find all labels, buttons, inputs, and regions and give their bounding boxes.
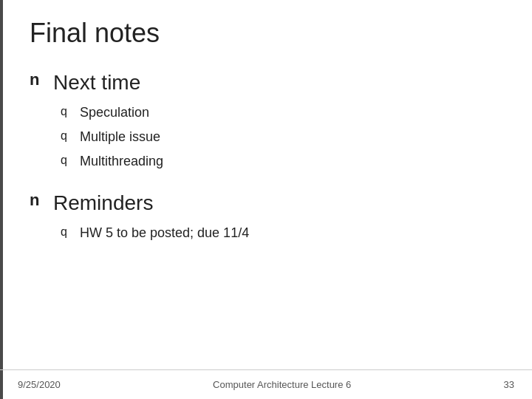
bullet-q: q <box>61 126 71 146</box>
sub-list-item: q Speculation <box>53 102 502 123</box>
bullet-q: q <box>61 151 71 170</box>
sub-list-item: q Multithreading <box>53 151 502 172</box>
footer-date: 9/25/2020 <box>18 379 61 390</box>
item-label: Next time <box>53 69 502 96</box>
bullet-q: q <box>61 102 71 121</box>
sub-item-text: Multithreading <box>80 151 163 172</box>
bullet-n: n <box>30 69 43 91</box>
item-content: Next time q Speculation q Multiple issue… <box>53 69 502 175</box>
slide: Final notes n Next time q Speculation q … <box>0 0 532 399</box>
item-label: Reminders <box>53 190 502 216</box>
bullet-n: n <box>30 190 43 211</box>
sub-item-text: Multiple issue <box>80 126 160 148</box>
bullet-q: q <box>61 222 71 242</box>
item-content: Reminders q HW 5 to be posted; due 11/4 <box>53 190 502 247</box>
footer-page: 33 <box>504 379 514 390</box>
sub-item-text: HW 5 to be posted; due 11/4 <box>80 222 249 244</box>
sub-item-text: Speculation <box>80 102 149 123</box>
main-list: n Next time q Speculation q Multiple iss… <box>30 69 502 247</box>
footer: 9/25/2020 Computer Architecture Lecture … <box>0 369 532 399</box>
sub-list: q HW 5 to be posted; due 11/4 <box>53 222 502 244</box>
slide-content: Final notes n Next time q Speculation q … <box>0 0 532 399</box>
sub-list-item: q Multiple issue <box>53 126 502 148</box>
slide-title: Final notes <box>30 18 502 49</box>
sub-list: q Speculation q Multiple issue q Multith… <box>53 102 502 171</box>
list-item: n Next time q Speculation q Multiple iss… <box>30 69 502 175</box>
left-border <box>0 0 3 399</box>
list-item: n Reminders q HW 5 to be posted; due 11/… <box>30 190 502 247</box>
footer-title: Computer Architecture Lecture 6 <box>213 379 351 390</box>
sub-list-item: q HW 5 to be posted; due 11/4 <box>53 222 502 244</box>
